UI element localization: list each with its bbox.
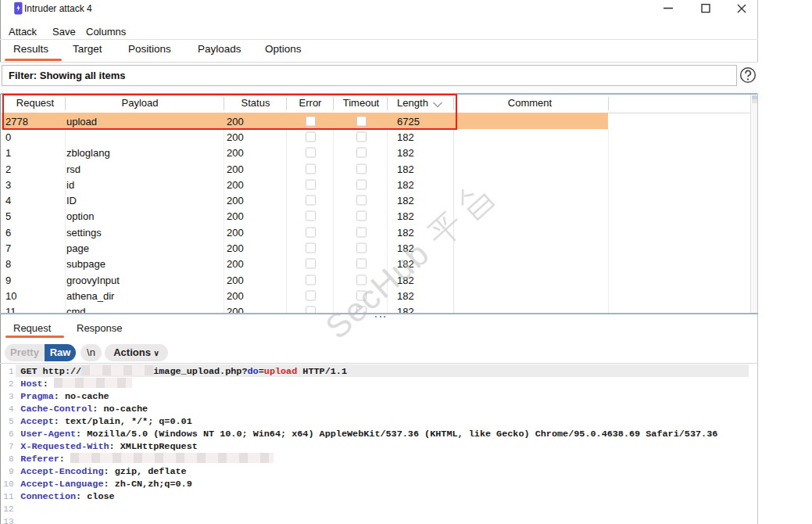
svg-text:SecHub: SecHub [318,234,437,346]
